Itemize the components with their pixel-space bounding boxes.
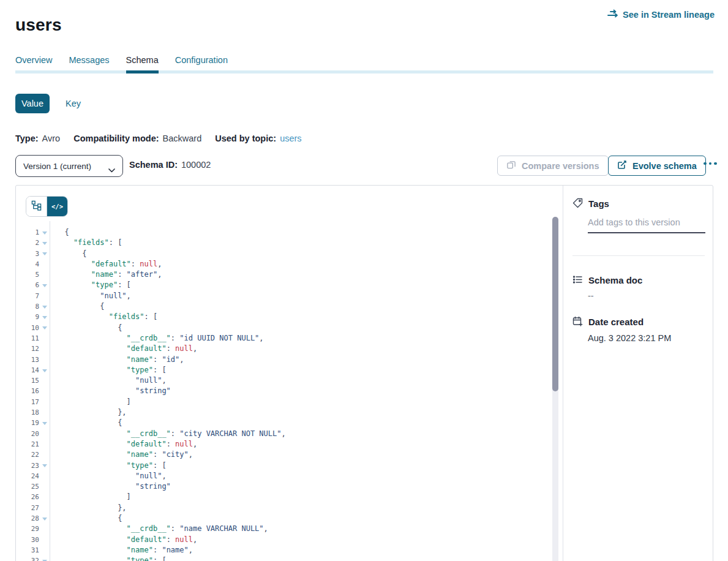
line-gutter: 31: [16, 545, 50, 555]
editor-view-toggle: </>: [26, 196, 68, 217]
fold-spacer: [39, 535, 50, 545]
schema-doc-section-header: Schema doc: [572, 275, 642, 287]
more-options-button[interactable]: [701, 156, 719, 171]
used-by-topic: Used by topic: users: [215, 134, 301, 143]
code-content: {: [50, 513, 122, 524]
line-number: 17: [16, 397, 39, 407]
version-select-wrap: Version 1 (current): [15, 155, 123, 177]
stream-lineage-icon: [607, 9, 618, 20]
compatibility-value: Backward: [163, 134, 202, 143]
fold-spacer: [39, 481, 50, 492]
type-value: Avro: [42, 134, 61, 143]
schema-meta-row: Type: Avro Compatibility mode: Backward …: [15, 134, 302, 143]
line-gutter: 15: [16, 375, 50, 386]
code-content: {: [50, 249, 87, 259]
code-view-button[interactable]: </>: [47, 197, 67, 216]
line-gutter: 8: [16, 301, 50, 312]
code-content: "type": [: [50, 555, 167, 561]
tab-schema[interactable]: Schema: [126, 55, 159, 73]
code-line: 7 "null",: [16, 291, 286, 301]
line-number: 7: [16, 291, 39, 301]
line-number: 18: [16, 407, 39, 418]
fold-spacer: [39, 291, 50, 301]
tree-view-button[interactable]: [26, 197, 47, 216]
fold-triangle-icon: [42, 316, 47, 319]
code-content: "fields": [: [50, 238, 122, 248]
fold-toggle[interactable]: [39, 418, 50, 428]
fold-toggle[interactable]: [39, 280, 50, 290]
line-number: 13: [16, 355, 39, 365]
line-number: 6: [16, 280, 39, 290]
compare-versions-label: Compare versions: [522, 161, 599, 171]
fold-spacer: [39, 524, 50, 534]
line-number: 14: [16, 365, 39, 375]
line-number: 4: [16, 259, 39, 269]
fold-triangle-icon: [42, 284, 47, 287]
editor-scrollbar-thumb[interactable]: [552, 217, 558, 391]
line-number: 30: [16, 535, 39, 545]
tab-configuration[interactable]: Configuration: [175, 55, 228, 73]
tab-overview[interactable]: Overview: [15, 55, 52, 73]
tags-title: Tags: [588, 198, 609, 209]
code-content: "default": null,: [50, 439, 197, 450]
tags-section-header: Tags: [572, 198, 609, 210]
code-line: 12 "default": null,: [16, 344, 286, 354]
code-content: },: [50, 407, 127, 418]
evolve-schema-button[interactable]: Evolve schema: [608, 156, 706, 176]
fold-spacer: [39, 492, 50, 502]
code-content: "__crdb__": "city VARCHAR NOT NULL",: [50, 429, 286, 439]
schema-doc-title: Schema doc: [588, 275, 642, 285]
line-gutter: 25: [16, 481, 50, 492]
ellipsis-dot: [709, 162, 712, 165]
line-number: 16: [16, 386, 39, 396]
stream-lineage-link[interactable]: See in Stream lineage: [607, 9, 715, 20]
line-number: 8: [16, 301, 39, 312]
code-line: 2 "fields": [: [16, 238, 286, 248]
code-content: "default": null,: [50, 344, 197, 354]
fold-toggle[interactable]: [39, 238, 50, 248]
fold-toggle[interactable]: [39, 513, 50, 524]
fold-toggle[interactable]: [39, 323, 50, 333]
code-line: 13 "name": "id",: [16, 355, 286, 365]
evolve-schema-icon: [617, 160, 627, 171]
schema-id: Schema ID: 100002: [129, 160, 211, 170]
calendar-plus-icon: [572, 316, 583, 328]
compare-versions-button[interactable]: Compare versions: [497, 156, 609, 176]
fold-triangle-icon: [42, 232, 47, 235]
fold-spacer: [39, 397, 50, 407]
line-number: 20: [16, 429, 39, 439]
topic-link[interactable]: users: [280, 134, 301, 143]
key-toggle-button[interactable]: Key: [62, 94, 84, 113]
value-toggle-button[interactable]: Value: [15, 94, 50, 113]
version-select[interactable]: Version 1 (current): [15, 155, 123, 177]
line-gutter: 7: [16, 291, 50, 301]
line-number: 27: [16, 503, 39, 513]
fold-toggle[interactable]: [39, 365, 50, 375]
fold-toggle[interactable]: [39, 555, 50, 561]
code-line: 21 "default": null,: [16, 439, 286, 450]
fold-toggle[interactable]: [39, 461, 50, 471]
code-line: 6 "type": [: [16, 280, 286, 290]
code-line: 22 "name": "city",: [16, 450, 286, 460]
code-content: "name": "id",: [50, 355, 184, 365]
fold-toggle[interactable]: [39, 312, 50, 322]
code-line: 29 "__crdb__": "name VARCHAR NULL",: [16, 524, 286, 534]
line-gutter: 3: [16, 249, 50, 259]
tags-input[interactable]: [588, 215, 705, 233]
line-gutter: 29: [16, 524, 50, 534]
fold-toggle[interactable]: [39, 227, 50, 238]
fold-triangle-icon: [42, 252, 47, 255]
fold-toggle[interactable]: [39, 301, 50, 312]
fold-triangle-icon: [42, 518, 47, 521]
editor-scrollbar-track[interactable]: [552, 217, 558, 561]
code-content: "null",: [50, 471, 167, 481]
line-gutter: 16: [16, 386, 50, 396]
line-gutter: 23: [16, 461, 50, 471]
tab-messages[interactable]: Messages: [69, 55, 109, 73]
line-gutter: 2: [16, 238, 50, 248]
tag-icon: [572, 198, 583, 210]
fold-spacer: [39, 269, 50, 280]
fold-toggle[interactable]: [39, 249, 50, 259]
code-line: 4 "default": null,: [16, 259, 286, 269]
line-number: 12: [16, 344, 39, 354]
